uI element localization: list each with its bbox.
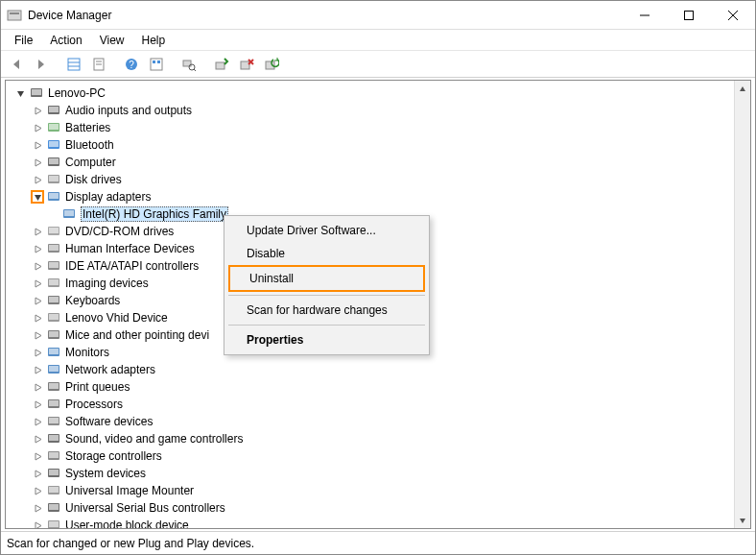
svg-rect-14 — [151, 59, 162, 70]
tree-item[interactable]: Processors — [13, 396, 734, 413]
expand-icon[interactable] — [31, 432, 44, 446]
tree-item[interactable]: Network adapters — [13, 361, 734, 378]
context-menu-item[interactable]: Scan for hardware changes — [227, 299, 426, 322]
expand-icon[interactable] — [31, 138, 44, 152]
tree-item[interactable]: System devices — [13, 465, 734, 482]
computer-icon — [29, 85, 44, 101]
context-menu-item[interactable]: Uninstall — [228, 265, 425, 292]
tree-item[interactable]: Display adapters — [13, 188, 734, 205]
app-icon — [7, 8, 22, 23]
view-options-button[interactable] — [145, 53, 168, 76]
tree-item-label: Software devices — [65, 415, 153, 428]
menu-file[interactable]: File — [7, 32, 40, 49]
expand-icon[interactable] — [31, 173, 44, 186]
usb-icon — [46, 500, 61, 516]
context-menu-item[interactable]: Properties — [227, 328, 426, 351]
tree-item[interactable]: Disk drives — [13, 171, 734, 188]
status-text: Scan for changed or new Plug and Play de… — [7, 537, 254, 550]
svg-rect-52 — [49, 314, 59, 320]
help-button[interactable]: ? — [120, 53, 143, 76]
svg-rect-40 — [64, 210, 74, 216]
expand-icon[interactable] — [31, 467, 44, 480]
svg-rect-30 — [49, 124, 59, 130]
svg-rect-70 — [49, 470, 59, 475]
scroll-down-button[interactable] — [735, 512, 750, 528]
back-button[interactable] — [5, 53, 28, 76]
tree-item-label: Universal Image Mounter — [65, 484, 194, 497]
expand-icon[interactable] — [31, 277, 44, 290]
tree-item[interactable]: Computer — [13, 154, 734, 171]
minimize-button[interactable] — [623, 1, 667, 29]
svg-text:?: ? — [129, 60, 134, 70]
tree-item[interactable]: User-mode block device — [13, 517, 734, 528]
expand-icon[interactable] — [31, 328, 44, 342]
vertical-scrollbar[interactable] — [734, 81, 750, 528]
svg-rect-28 — [49, 107, 59, 112]
tree-item[interactable]: Software devices — [13, 413, 734, 430]
menu-view[interactable]: View — [92, 32, 132, 49]
expand-icon[interactable] — [31, 242, 44, 255]
network-icon — [46, 362, 61, 377]
tree-item[interactable]: Storage controllers — [13, 447, 734, 465]
tree-item-label: Mice and other pointing devi — [65, 328, 209, 342]
sound-icon — [46, 431, 61, 446]
tree-item[interactable]: Sound, video and game controllers — [13, 430, 734, 447]
svg-rect-36 — [49, 176, 59, 181]
show-hidden-button[interactable] — [62, 53, 85, 76]
menubar: File Action View Help — [1, 30, 755, 51]
scan-hardware-button[interactable] — [260, 53, 283, 76]
svg-rect-32 — [49, 141, 59, 147]
expand-icon[interactable] — [31, 415, 44, 428]
tree-item[interactable]: Batteries — [13, 119, 734, 136]
svg-rect-72 — [49, 487, 59, 493]
forward-button[interactable] — [30, 53, 53, 76]
scroll-up-button[interactable] — [735, 81, 750, 97]
svg-rect-15 — [153, 60, 155, 63]
svg-rect-76 — [49, 521, 59, 527]
expand-icon[interactable] — [31, 398, 44, 411]
tree-item-label: Bluetooth — [65, 138, 114, 152]
menu-action[interactable]: Action — [42, 32, 89, 49]
expand-icon[interactable] — [31, 519, 44, 528]
svg-rect-60 — [49, 383, 59, 389]
expand-icon[interactable] — [31, 121, 44, 134]
expand-icon[interactable] — [31, 484, 44, 497]
close-button[interactable] — [711, 1, 755, 29]
svg-rect-66 — [49, 435, 59, 441]
svg-rect-46 — [49, 262, 59, 268]
svg-rect-3 — [685, 11, 694, 19]
collapse-icon[interactable] — [13, 86, 27, 100]
expand-icon[interactable] — [31, 449, 44, 463]
tree-item[interactable]: Universal Image Mounter — [13, 482, 734, 499]
uninstall-button[interactable] — [235, 53, 258, 76]
mouse-icon — [46, 327, 61, 343]
expand-icon[interactable] — [31, 104, 44, 117]
svg-line-19 — [194, 69, 196, 71]
expand-icon[interactable] — [31, 501, 44, 515]
tree-item[interactable]: Audio inputs and outputs — [13, 102, 734, 119]
tree-item[interactable]: Print queues — [13, 378, 734, 396]
menu-help[interactable]: Help — [134, 32, 174, 49]
expand-icon[interactable] — [31, 294, 44, 307]
properties-button[interactable] — [87, 53, 110, 76]
context-menu-item[interactable]: Update Driver Software... — [227, 219, 426, 242]
expand-icon[interactable] — [31, 311, 44, 325]
update-driver-button[interactable] — [210, 53, 233, 76]
collapse-icon[interactable] — [31, 190, 44, 204]
tree-item[interactable]: Bluetooth — [13, 136, 734, 154]
expand-icon[interactable] — [31, 346, 44, 359]
find-button[interactable] — [177, 53, 201, 76]
tree-root[interactable]: Lenovo-PC — [13, 84, 734, 102]
expand-icon[interactable] — [31, 380, 44, 394]
maximize-button[interactable] — [667, 1, 711, 29]
toolbar: ? — [1, 51, 755, 78]
tree-item[interactable]: Universal Serial Bus controllers — [13, 499, 734, 517]
expand-icon[interactable] — [31, 259, 44, 273]
tree-item-label: Print queues — [65, 380, 130, 394]
tree-item-label: Storage controllers — [65, 449, 162, 463]
expand-icon[interactable] — [31, 225, 44, 238]
context-menu-item[interactable]: Disable — [227, 242, 426, 265]
svg-rect-21 — [241, 61, 249, 69]
expand-icon[interactable] — [31, 156, 44, 169]
expand-icon[interactable] — [31, 363, 44, 376]
